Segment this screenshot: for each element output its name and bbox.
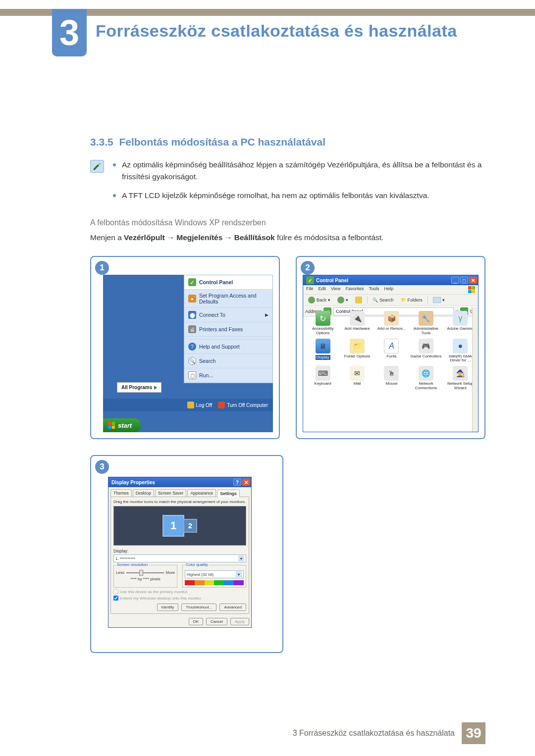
minimize-button[interactable]: _ <box>451 277 459 284</box>
tab-themes[interactable]: Themes <box>110 489 132 497</box>
folders-button[interactable]: 📁Folders <box>399 297 425 303</box>
item-label: Mouse <box>376 382 407 386</box>
primary-monitor-checkbox-row: Use this device as the primary monitor. <box>113 589 246 594</box>
label: Search <box>199 358 215 364</box>
close-button[interactable]: ✕ <box>242 479 250 486</box>
chapter-title: Forráseszköz csatlakoztatása és használa… <box>96 21 457 41</box>
screenshot-start-menu: 1 ✓ Control Panel ● Set Program Access a… <box>90 256 280 439</box>
forward-icon <box>337 297 344 303</box>
turn-off-button[interactable]: Turn Off Computer <box>218 402 268 408</box>
tab-desktop[interactable]: Desktop <box>133 489 154 497</box>
close-button[interactable]: ✕ <box>469 277 477 284</box>
cp-item-folder-options[interactable]: Folder Options <box>341 339 373 363</box>
cp-item-accessibility-options[interactable]: Accessibility Options <box>307 311 338 336</box>
cp-item-mail[interactable]: Mail <box>341 366 373 391</box>
slider-track <box>126 572 164 573</box>
tab-settings[interactable]: Settings <box>217 490 240 497</box>
menu-edit[interactable]: Edit <box>319 286 326 293</box>
label: Use this device as the primary monitor. <box>120 590 188 594</box>
tab-screensaver[interactable]: Screen Saver <box>155 489 187 497</box>
monitor-2-icon[interactable]: 2 <box>183 519 197 533</box>
cp-item-fonts[interactable]: Fonts <box>376 339 407 363</box>
menu-favorites[interactable]: Favorites <box>345 286 364 293</box>
menu-item-help[interactable]: ? Help and Support <box>184 340 272 354</box>
menu-item-program-access[interactable]: ● Set Program Access and Defaults <box>184 290 272 308</box>
back-icon <box>308 297 315 303</box>
scrollbar-vertical[interactable] <box>472 307 478 432</box>
color-quality-group: Color quality Highest (32 bit) ▾ <box>182 565 246 588</box>
menu-help[interactable]: Help <box>384 286 393 293</box>
advanced-button[interactable]: Advanced <box>219 604 246 611</box>
extend-desktop-checkbox[interactable] <box>113 596 118 601</box>
primary-monitor-checkbox[interactable] <box>113 589 118 594</box>
apply-button[interactable]: Apply <box>230 618 249 625</box>
cp-item-network-connections[interactable]: Network Connections <box>410 366 441 391</box>
item-icon <box>350 366 365 381</box>
item-label: Network Setup Wizard <box>445 382 476 391</box>
identify-button[interactable]: Identify <box>157 604 179 611</box>
item-label: Display <box>316 355 330 360</box>
cp-item-intel-r-gma-driver-for[interactable]: Intel(R) GMA Driver for ... <box>445 339 476 363</box>
cp-item-add-or-remov[interactable]: Add or Remov... <box>376 311 407 336</box>
menu-item-control-panel[interactable]: ✓ Control Panel <box>184 275 272 290</box>
window-titlebar[interactable]: ✓ Control Panel _ □ ✕ <box>303 275 478 285</box>
bullet-text: Az optimális képminőség beállításához lé… <box>122 159 485 183</box>
window-titlebar[interactable]: Display Properties ? ✕ <box>108 477 251 487</box>
chapter-number-badge: 3 <box>52 9 87 56</box>
menu-file[interactable]: File <box>306 286 314 293</box>
cp-item-adobe-gamma[interactable]: Adobe Gamma <box>445 311 476 336</box>
item-icon <box>384 339 399 353</box>
slider-handle[interactable] <box>139 570 143 576</box>
cp-item-mouse[interactable]: Mouse <box>376 366 407 391</box>
tab-appearance[interactable]: Appearance <box>187 489 216 497</box>
ok-button[interactable]: OK <box>189 618 204 625</box>
menu-item-run[interactable]: ▢ Run... <box>184 368 272 383</box>
item-icon <box>384 311 399 326</box>
label: Help and Support <box>199 344 240 350</box>
color-bar-icon <box>185 580 244 585</box>
bullet-item: Az optimális képminőség beállításához lé… <box>113 159 485 183</box>
views-button[interactable]: ▾ <box>431 297 447 303</box>
page-content: 3.3.5 Felbontás módosítása a PC használa… <box>90 136 485 669</box>
toolbar: Back▾ ▾ 🔍Search 📁Folders ▾ <box>303 295 478 306</box>
log-off-button[interactable]: Log Off <box>187 402 213 408</box>
search-button[interactable]: 🔍Search <box>371 297 396 303</box>
item-label: Adobe Gamma <box>445 327 476 331</box>
maximize-button[interactable]: □ <box>460 277 468 284</box>
cp-item-network-setup-wizard[interactable]: Network Setup Wizard <box>445 366 476 391</box>
monitor-1-icon[interactable]: 1 <box>162 515 184 537</box>
forward-button[interactable]: ▾ <box>335 296 350 304</box>
back-button[interactable]: Back▾ <box>306 296 332 304</box>
chevron-right-icon <box>154 386 157 390</box>
item-label: Intel(R) GMA Driver for ... <box>445 354 476 363</box>
cancel-button[interactable]: Cancel <box>206 618 227 625</box>
monitor-arrangement-area[interactable]: 1 2 <box>113 506 246 546</box>
item-icon <box>419 366 433 381</box>
cp-item-administrative-tools[interactable]: Administrative Tools <box>410 311 441 336</box>
color-quality-combo[interactable]: Highest (32 bit) ▾ <box>185 570 244 578</box>
settings-pane: Drag the monitor icons to match the phys… <box>110 497 249 614</box>
help-button[interactable]: ? <box>233 479 241 486</box>
cp-item-display[interactable]: Display <box>307 339 338 363</box>
display-combo[interactable]: 1. ********** ▾ <box>113 554 246 562</box>
menubar: File Edit View Favorites Tools Help <box>303 285 478 295</box>
troubleshoot-button[interactable]: Troubleshoot... <box>181 604 216 611</box>
cp-item-add-hardware[interactable]: Add Hardware <box>341 311 373 336</box>
menu-view[interactable]: View <box>331 286 340 293</box>
step-number-badge: 3 <box>95 460 109 474</box>
menu-item-printers[interactable]: 🖨 Printers and Faxes <box>184 322 272 337</box>
menu-item-search[interactable]: 🔍 Search <box>184 354 272 368</box>
all-programs-button[interactable]: All Programs <box>117 382 161 393</box>
screenshot-display-properties: 3 Display Properties ? ✕ Themes Desktop … <box>90 455 283 653</box>
cp-item-game-controllers[interactable]: Game Controllers <box>410 339 441 363</box>
resolution-slider[interactable]: Less More <box>116 570 175 575</box>
label: Search <box>379 298 394 302</box>
menu-tools[interactable]: Tools <box>369 286 379 293</box>
cp-item-keyboard[interactable]: Keyboard <box>307 366 338 391</box>
menu-item-connect-to[interactable]: ⬤ Connect To ▶ <box>184 308 272 322</box>
dropdown-icon: ▾ <box>346 298 348 302</box>
up-button[interactable] <box>353 296 364 304</box>
start-button[interactable]: start <box>103 418 141 432</box>
note-list: Az optimális képminőség beállításához lé… <box>113 159 485 208</box>
item-label: Folder Options <box>341 354 373 359</box>
